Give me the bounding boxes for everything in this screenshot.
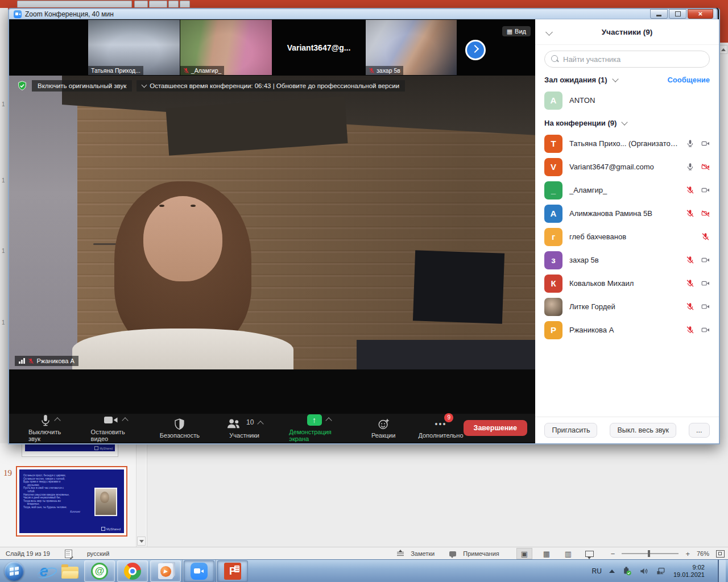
chrome-icon (124, 563, 141, 580)
next-page-button[interactable] (465, 40, 486, 60)
in-meeting-header[interactable]: На конференции (9) (544, 119, 617, 127)
taskbar-chrome[interactable] (117, 560, 148, 582)
participants-button[interactable]: 10 Участники (226, 418, 263, 439)
chevron-down-icon[interactable] (612, 76, 618, 82)
participant-row[interactable]: V Variant3647@gmail.como (535, 155, 719, 178)
camera-on-icon[interactable] (701, 186, 710, 194)
fit-to-window-button[interactable] (716, 550, 725, 558)
camera-on-icon[interactable] (701, 279, 710, 288)
mic-off-icon[interactable] (686, 302, 694, 311)
mic-off-icon[interactable] (686, 326, 694, 334)
search-box (544, 51, 710, 68)
mute-all-button[interactable]: Выкл. весь звук (610, 423, 676, 438)
taskbar-ie[interactable]: e (34, 562, 53, 581)
maximize-button[interactable] (669, 9, 686, 19)
slide-thumbnails-panel[interactable]: MyShared 19 Останься прост, беседуя с ца… (0, 443, 147, 547)
notes-button[interactable]: Заметки (411, 550, 435, 557)
participant-row[interactable]: A Алимжанова Рамина 5В (535, 202, 719, 225)
collapse-panel-chevron[interactable] (545, 28, 553, 36)
end-meeting-button[interactable]: Завершение (464, 420, 527, 436)
mic-on-icon[interactable] (686, 163, 694, 171)
slide-content: Останься прост, беседуя с царями, Остань… (19, 469, 124, 533)
mic-off-icon[interactable] (701, 232, 710, 241)
view-button[interactable]: ▦ Вид (502, 26, 531, 36)
mic-off-icon[interactable] (686, 279, 694, 288)
slide-thumbnail-selected[interactable]: Останься прост, беседуя с царями, Остань… (16, 466, 127, 537)
video-thumbnail[interactable]: _Аламгир_ (180, 20, 272, 75)
waiting-room-header[interactable]: Зал ожидания (1) (544, 76, 607, 84)
more-button[interactable]: ••• 9 Дополнительно (418, 418, 463, 439)
network-icon[interactable] (656, 567, 666, 576)
thumbnails-scrollbar[interactable] (136, 443, 146, 547)
minimize-button[interactable] (650, 9, 668, 19)
chevron-down-icon[interactable] (622, 119, 628, 125)
device-ok-icon[interactable] (622, 567, 632, 576)
taskbar-media-player[interactable]: ▶ (150, 560, 181, 582)
taskbar-powerpoint[interactable]: P (217, 560, 248, 582)
participant-row[interactable]: Р Ржаникова А (535, 318, 719, 342)
invite-button[interactable]: Пригласить (544, 423, 597, 438)
zoom-in-button[interactable]: + (685, 550, 690, 558)
mic-options-chevron[interactable] (54, 417, 60, 423)
waiting-participant-row[interactable]: A ANTON (535, 89, 719, 112)
video-thumbnail[interactable]: Татьяна Приход... (88, 20, 180, 75)
search-input[interactable] (544, 51, 710, 68)
participant-row[interactable]: з захар 5в (535, 248, 719, 272)
zoom-slider-thumb[interactable] (648, 550, 650, 557)
show-desktop-button[interactable] (718, 560, 726, 582)
camera-on-icon[interactable] (701, 302, 710, 311)
close-button[interactable]: ✕ (688, 9, 713, 19)
taskbar-mailru[interactable]: @ (84, 560, 115, 582)
zoom-slider[interactable] (622, 553, 679, 554)
camera-on-icon[interactable] (701, 256, 710, 264)
share-screen-button[interactable]: ↑ Демонстрация экрана (289, 414, 349, 442)
reading-view-button[interactable]: ▥ (561, 548, 576, 559)
video-thumbnail[interactable]: захар 5в (366, 20, 457, 75)
volume-icon[interactable] (639, 567, 649, 576)
security-button[interactable]: Безопасность (160, 418, 200, 439)
time-left-notice[interactable]: Оставшееся время конференции: 06:43 | Об… (136, 80, 405, 92)
zoom-title-bar[interactable]: Zoom Конференция, 40 мин ✕ (8, 8, 718, 19)
taskbar-explorer[interactable] (60, 562, 80, 581)
participant-row[interactable]: К Ковальков Михаил (535, 272, 719, 295)
panel-more-button[interactable]: ... (689, 423, 709, 438)
participant-row[interactable]: Литке Гордей (535, 295, 719, 318)
normal-view-button[interactable]: ▣ (516, 548, 532, 559)
start-button[interactable] (5, 562, 24, 581)
mic-off-icon[interactable] (686, 256, 694, 264)
camera-on-icon[interactable] (701, 139, 710, 148)
mic-off-icon[interactable] (686, 186, 694, 194)
mic-off-icon[interactable] (686, 209, 694, 218)
audio-only-participant[interactable]: Variant3647@g... (272, 20, 366, 75)
slide-sorter-view-button[interactable]: ▦ (539, 548, 554, 559)
language-indicator[interactable]: русский (87, 550, 109, 557)
show-hidden-icons-button[interactable] (609, 569, 615, 573)
zoom-out-button[interactable]: − (611, 550, 615, 558)
camera-off-icon[interactable] (701, 163, 710, 171)
share-options-chevron[interactable] (325, 417, 332, 423)
participant-row[interactable]: _ _Аламгир_ (535, 178, 719, 202)
scroll-down-button[interactable] (137, 537, 146, 546)
clock[interactable]: 9:02 19.01.2021 (673, 564, 705, 579)
original-sound-button[interactable]: Включить оригинальный звук (32, 80, 132, 92)
scroll-up-button[interactable] (719, 45, 727, 54)
slideshow-button[interactable] (582, 548, 597, 559)
camera-off-icon[interactable] (701, 209, 710, 218)
spellcheck-icon[interactable] (65, 550, 72, 558)
language-indicator[interactable]: RU (592, 567, 602, 575)
zoom-level[interactable]: 76% (697, 550, 709, 557)
camera-on-icon[interactable] (701, 326, 710, 334)
main-video[interactable]: Включить оригинальный звук Оставшееся вр… (9, 76, 535, 369)
comments-button[interactable]: Примечания (463, 550, 499, 557)
mute-button[interactable]: Выключить звук (28, 414, 72, 442)
participants-chevron[interactable] (258, 421, 264, 427)
participant-row[interactable]: T Татьяна Прихо... (Организатор, я) (535, 132, 719, 155)
reactions-button[interactable]: Реакции (371, 418, 396, 439)
video-options-chevron[interactable] (122, 417, 129, 423)
taskbar-zoom[interactable] (184, 560, 214, 582)
mic-on-icon[interactable] (686, 139, 694, 148)
participant-row[interactable]: г глеб бахчеванов (535, 225, 719, 248)
message-link[interactable]: Сообщение (667, 76, 710, 84)
avatar: Р (544, 321, 562, 339)
stop-video-button[interactable]: Остановить видео (91, 414, 140, 442)
